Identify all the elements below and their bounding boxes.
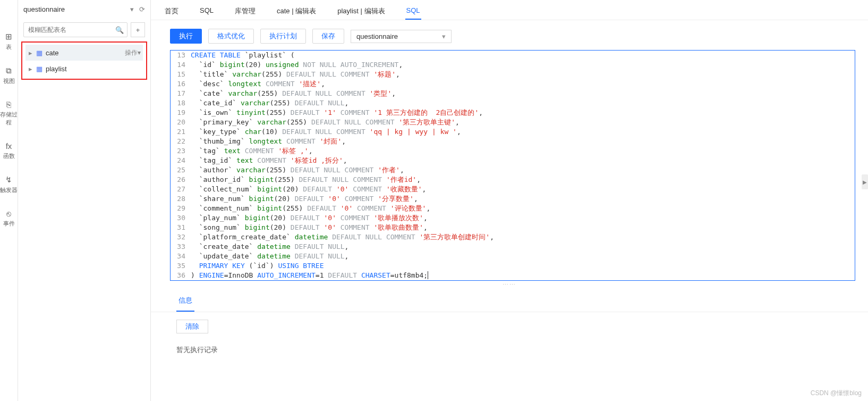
line-number: 31 <box>171 223 191 232</box>
chevron-right-icon: ▸ <box>28 65 33 73</box>
code-line[interactable]: `song_num` bigint(20) DEFAULT '0' COMMEN… <box>191 223 428 232</box>
result-tab-info[interactable]: 信息 <box>176 294 194 312</box>
code-line[interactable]: `thumb_img` longtext COMMENT '封面', <box>191 137 346 146</box>
left-rail: ⊞表⧉视图⎘存储过程fx函数↯触发器⎋事件 <box>0 0 18 401</box>
dropdown-icon[interactable]: ▾ <box>130 5 134 13</box>
line-number: 16 <box>171 79 191 89</box>
format-button[interactable]: 格式优化 <box>208 29 254 44</box>
tab-2[interactable]: 库管理 <box>234 4 257 20</box>
line-number: 18 <box>171 98 191 108</box>
code-line[interactable]: `cate_id` varchar(255) DEFAULT NULL, <box>191 98 348 108</box>
line-number: 35 <box>171 261 191 271</box>
search-icon[interactable]: 🔍 <box>112 26 127 34</box>
code-line[interactable]: ) ENGINE=InnoDB AUTO_INCREMENT=1 DEFAULT… <box>191 271 428 280</box>
code-line[interactable]: CREATE TABLE `playlist` ( <box>191 51 295 60</box>
code-line[interactable]: `update_date` datetime DEFAULT NULL, <box>191 252 348 261</box>
tab-5[interactable]: SQL <box>405 4 421 20</box>
toolbar: 执行 格式优化 执行计划 保存 questionnaire ▾ <box>151 20 868 50</box>
database-select[interactable]: questionnaire ▾ <box>351 30 452 43</box>
empty-state: 暂无执行记录 <box>176 345 847 355</box>
database-select-value: questionnaire <box>356 32 398 40</box>
code-line[interactable]: `title` varchar(255) DEFAULT NULL COMMEN… <box>191 70 400 79</box>
run-button[interactable]: 执行 <box>170 29 202 44</box>
code-line[interactable]: `primary_key` varchar(255) DEFAULT NULL … <box>191 118 459 127</box>
clear-button[interactable]: 清除 <box>176 320 208 333</box>
tab-1[interactable]: SQL <box>199 4 215 20</box>
line-number: 36 <box>171 271 191 280</box>
rail-item-5[interactable]: ⎋事件 <box>3 209 15 228</box>
tab-3[interactable]: cate | 编辑表 <box>276 4 317 20</box>
code-line[interactable]: `cate` varchar(255) DEFAULT NULL COMMENT… <box>191 89 396 98</box>
rail-icon: fx <box>6 141 12 151</box>
save-button[interactable]: 保存 <box>312 29 344 44</box>
tab-0[interactable]: 首页 <box>164 4 180 20</box>
code-line[interactable]: `play_num` bigint(20) DEFAULT '0' COMMEN… <box>191 213 428 223</box>
code-line[interactable]: `share_num` bigint(20) DEFAULT '0' COMME… <box>191 194 418 204</box>
line-number: 33 <box>171 242 191 252</box>
line-number: 13 <box>171 51 191 60</box>
rail-icon: ⎋ <box>6 209 11 218</box>
line-number: 30 <box>171 213 191 223</box>
line-number: 22 <box>171 137 191 146</box>
code-line[interactable]: PRIMARY KEY (`id`) USING BTREE <box>191 261 324 271</box>
code-line[interactable]: `create_date` datetime DEFAULT NULL, <box>191 242 348 252</box>
sidebar: questionnaire ▾ ⟳ 🔍 + ▸▦cate操作▾▸▦playlis… <box>18 0 151 401</box>
tree-row-cate[interactable]: ▸▦cate操作▾ <box>25 45 143 61</box>
code-line[interactable]: `author_id` bigint(255) DEFAULT NULL COM… <box>191 175 421 185</box>
tree-op-label[interactable]: 操作▾ <box>125 48 141 57</box>
rail-icon: ⧉ <box>6 66 12 76</box>
code-line[interactable]: `is_own` tinyint(255) DEFAULT '1' COMMEN… <box>191 108 483 118</box>
tree-row-playlist[interactable]: ▸▦playlist <box>25 61 143 77</box>
code-line[interactable]: `tag` text COMMENT '标签 ,', <box>191 146 313 156</box>
line-number: 24 <box>171 156 191 165</box>
code-line[interactable]: `author` varchar(255) DEFAULT NULL COMME… <box>191 165 404 175</box>
table-icon: ▦ <box>36 49 42 57</box>
resize-handle[interactable]: ⋯⋯ <box>151 281 868 288</box>
scroll-right-button[interactable]: ▶ <box>862 174 868 189</box>
table-tree: ▸▦cate操作▾▸▦playlist <box>21 41 147 80</box>
add-table-button[interactable]: + <box>131 22 145 37</box>
line-number: 32 <box>171 232 191 242</box>
code-line[interactable]: `id` bigint(20) unsigned NOT NULL AUTO_I… <box>191 60 403 70</box>
sidebar-title: questionnaire <box>23 5 65 13</box>
tab-4[interactable]: playlist | 编辑表 <box>336 4 386 20</box>
code-line[interactable]: `desc` longtext COMMENT '描述', <box>191 79 325 89</box>
tab-bar: 首页SQL库管理cate | 编辑表playlist | 编辑表SQL <box>151 0 868 20</box>
line-number: 19 <box>171 108 191 118</box>
tree-row-label: playlist <box>46 65 67 73</box>
rail-icon: ⊞ <box>5 32 12 41</box>
result-tabs: 信息 <box>151 288 868 312</box>
code-line[interactable]: `tag_id` text COMMENT '标签id ,拆分', <box>191 156 347 165</box>
table-icon: ▦ <box>36 65 42 73</box>
tree-row-label: cate <box>46 49 59 57</box>
sql-editor[interactable]: 13CREATE TABLE `playlist` (14 `id` bigin… <box>170 50 855 281</box>
explain-button[interactable]: 执行计划 <box>260 29 306 44</box>
watermark: CSDN @懂憬blog <box>811 389 862 398</box>
rail-label: 视图 <box>3 77 15 85</box>
code-line[interactable]: `comment_num` bigint(255) DEFAULT '0' CO… <box>191 204 430 213</box>
line-number: 25 <box>171 165 191 175</box>
chevron-right-icon: ▸ <box>28 49 33 57</box>
chevron-down-icon: ▾ <box>442 32 446 40</box>
code-line[interactable]: `platform_create_date` datetime DEFAULT … <box>191 232 494 242</box>
rail-item-4[interactable]: ↯触发器 <box>0 175 18 194</box>
line-number: 15 <box>171 70 191 79</box>
search-input[interactable] <box>24 26 112 34</box>
code-line[interactable]: `collect_num` bigint(20) DEFAULT '0' COM… <box>191 185 426 194</box>
line-number: 28 <box>171 194 191 204</box>
main-area: 首页SQL库管理cate | 编辑表playlist | 编辑表SQL 执行 格… <box>151 0 868 401</box>
line-number: 17 <box>171 89 191 98</box>
sidebar-header: questionnaire ▾ ⟳ <box>18 0 150 18</box>
rail-item-3[interactable]: fx函数 <box>3 141 15 160</box>
rail-item-1[interactable]: ⧉视图 <box>3 66 15 85</box>
rail-item-0[interactable]: ⊞表 <box>5 32 12 51</box>
rail-label: 触发器 <box>0 186 18 194</box>
code-line[interactable]: `key_type` char(10) DEFAULT NULL COMMENT… <box>191 127 461 137</box>
line-number: 23 <box>171 146 191 156</box>
refresh-icon[interactable]: ⟳ <box>139 5 145 13</box>
rail-icon: ⎘ <box>6 100 11 109</box>
rail-item-2[interactable]: ⎘存储过程 <box>0 100 18 127</box>
sidebar-search: 🔍 <box>23 22 127 37</box>
result-body: 清除 暂无执行记录 <box>151 312 868 355</box>
rail-label: 表 <box>6 43 12 51</box>
